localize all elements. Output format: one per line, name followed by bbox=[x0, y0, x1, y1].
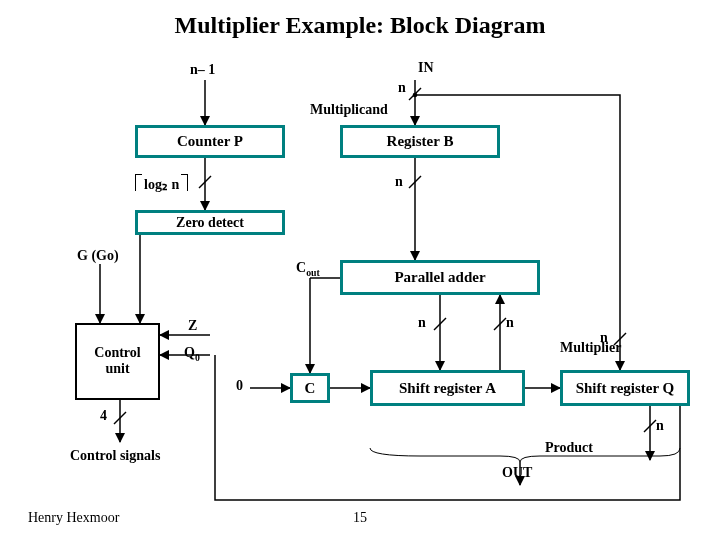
svg-point-21 bbox=[413, 93, 418, 98]
svg-line-12 bbox=[434, 318, 446, 330]
label-four: 4 bbox=[100, 408, 107, 424]
label-cout: Cout bbox=[296, 260, 320, 276]
label-control-signals: Control signals bbox=[70, 448, 160, 464]
label-n-regb: n bbox=[395, 174, 403, 190]
label-multiplicand: Multiplicand bbox=[310, 102, 388, 118]
footer-page: 15 bbox=[0, 510, 720, 526]
label-n-minus-1: n– 1 bbox=[190, 62, 215, 78]
page-title: Multiplier Example: Block Diagram bbox=[0, 12, 720, 39]
svg-line-14 bbox=[494, 318, 506, 330]
label-control-unit: Control unit bbox=[85, 345, 150, 377]
label-n-in: n bbox=[398, 80, 406, 96]
svg-line-25 bbox=[644, 420, 656, 432]
block-c: C bbox=[290, 373, 330, 403]
svg-line-23 bbox=[114, 412, 126, 424]
label-product: Product bbox=[545, 440, 593, 456]
svg-line-2 bbox=[409, 88, 421, 100]
block-counter-p: Counter P bbox=[135, 125, 285, 158]
label-z: Z bbox=[188, 318, 197, 334]
svg-line-6 bbox=[409, 176, 421, 188]
label-zero: 0 bbox=[236, 378, 243, 394]
label-out: OUT bbox=[502, 465, 532, 481]
label-in: IN bbox=[418, 60, 434, 76]
label-log2n: log₂ n bbox=[135, 174, 188, 193]
block-shift-q: Shift register Q bbox=[560, 370, 690, 406]
label-n-out: n bbox=[656, 418, 664, 434]
label-n-shiftQ-in: n bbox=[600, 330, 608, 346]
label-n-adder-down: n bbox=[418, 315, 426, 331]
svg-line-4 bbox=[199, 176, 211, 188]
label-multiplier: Multiplier bbox=[560, 340, 621, 356]
block-parallel-adder: Parallel adder bbox=[340, 260, 540, 295]
block-shift-a: Shift register A bbox=[370, 370, 525, 406]
label-q0: Q0 bbox=[184, 345, 200, 361]
label-n-shiftA-up: n bbox=[506, 315, 514, 331]
label-g-go: G (Go) bbox=[77, 248, 119, 264]
block-zero-detect: Zero detect bbox=[135, 210, 285, 235]
block-register-b: Register B bbox=[340, 125, 500, 158]
